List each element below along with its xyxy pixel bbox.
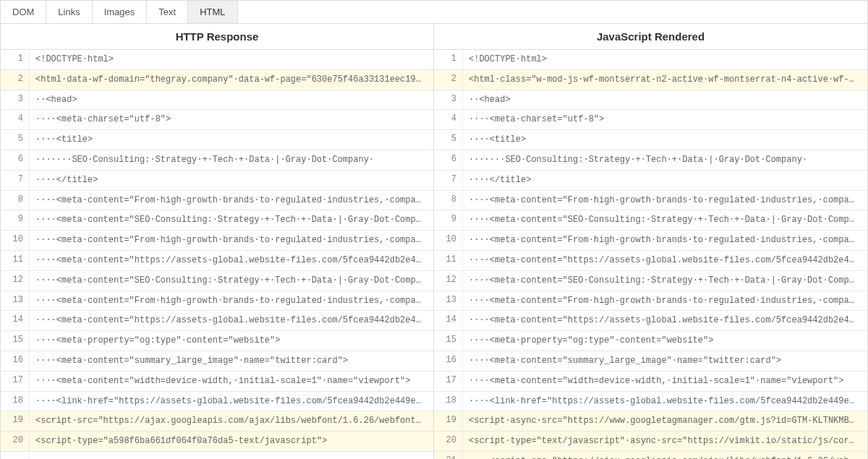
code-row[interactable]: 8····<meta·content="From·high-growth·bra…	[1, 191, 433, 211]
line-number: 2	[1, 70, 30, 90]
code-row[interactable]: 2<html·data-wf-domain="thegray.company"·…	[1, 70, 433, 90]
tab-images[interactable]: Images	[93, 1, 148, 23]
panel-js-rendered: JavaScript Rendered 1<!DOCTYPE·html>2<ht…	[434, 24, 867, 459]
line-number: 16	[1, 351, 30, 371]
code-line: <script·type="text/javascript"·async·src…	[463, 432, 867, 451]
code-line: ····<link·href="https://assets-global.we…	[463, 392, 867, 411]
line-number: 14	[434, 311, 463, 330]
code-line: ····</title>	[30, 171, 433, 190]
code-row[interactable]: 10····<meta·content="From·high-growth·br…	[1, 231, 433, 251]
line-number: 4	[1, 110, 30, 129]
code-line: <!DOCTYPE·html>	[463, 50, 867, 69]
line-number: 6	[1, 150, 30, 170]
code-row[interactable]: 16····<meta·content="summary_large_image…	[1, 351, 433, 372]
line-number: 1	[434, 50, 463, 69]
code-line: ····</title>	[463, 171, 867, 190]
code-row[interactable]: 11····<meta·content="https://assets-glob…	[434, 251, 867, 271]
code-line: ····<meta·content="summary_large_image"·…	[30, 351, 433, 371]
code-row[interactable]: 14····<meta·content="https://assets-glob…	[1, 311, 433, 331]
code-row[interactable]: 13····<meta·content="From·high-growth·br…	[1, 291, 433, 312]
line-number: 1	[1, 50, 30, 69]
line-number: 18	[434, 392, 463, 411]
code-line: ····<meta·content="From·high-growth·bran…	[30, 231, 433, 250]
line-number: 11	[1, 251, 30, 270]
code-rows-left: 1<!DOCTYPE·html>2<html·data-wf-domain="t…	[1, 50, 433, 459]
code-row[interactable]: 19<script·async·src="https://www.googlet…	[434, 411, 867, 432]
code-row[interactable]: 12····<meta·content="SEO·Consulting:·Str…	[434, 271, 867, 291]
code-row[interactable]: 20<script·type="text/javascript"·async·s…	[434, 432, 867, 452]
code-row[interactable]: 18····<link·href="https://assets-global.…	[434, 392, 867, 412]
tab-text[interactable]: Text	[147, 1, 188, 23]
code-line: ····<script·src="https://ajax.googleapis…	[463, 452, 867, 459]
code-line: ····<meta·content="https://assets-global…	[30, 251, 433, 270]
code-row[interactable]: 5····<title>	[434, 130, 867, 150]
code-row[interactable]: 19<script·src="https://ajax.googleapis.c…	[1, 411, 433, 432]
line-number: 5	[1, 130, 30, 150]
code-row[interactable]: 4····<meta·charset="utf-8">	[1, 110, 433, 130]
code-row[interactable]: 1<!DOCTYPE·html>	[1, 50, 433, 70]
code-row[interactable]: 7····</title>	[434, 171, 867, 191]
code-row[interactable]: 9····<meta·content="SEO·Consulting:·Stra…	[434, 210, 867, 231]
tab-dom[interactable]: DOM	[1, 1, 46, 23]
code-row[interactable]: 3··<head>	[434, 90, 867, 111]
code-row[interactable]	[1, 452, 433, 459]
line-number: 17	[434, 372, 463, 391]
code-row[interactable]: 2<html·class="w-mod-js·wf-montserrat-n2-…	[434, 70, 867, 90]
code-row[interactable]: 11····<meta·content="https://assets-glob…	[1, 251, 433, 271]
code-row[interactable]: 20<script·type="a598f6ba661df064f0a76da5…	[1, 432, 433, 452]
code-line: ····<meta·content="From·high-growth·bran…	[463, 191, 867, 210]
code-row[interactable]: 3··<head>	[1, 90, 433, 111]
code-line: ··<head>	[30, 90, 433, 110]
code-line: ····<meta·content="SEO·Consulting:·Strat…	[30, 271, 433, 291]
code-line: ····<meta·content="From·high-growth·bran…	[30, 291, 433, 311]
line-number: 20	[1, 432, 30, 451]
line-number: 19	[1, 411, 30, 431]
code-line	[30, 452, 433, 459]
code-row[interactable]: 6·······SEO·Consulting:·Strategy·+·Tech·…	[1, 150, 433, 171]
code-line: ·······SEO·Consulting:·Strategy·+·Tech·+…	[30, 150, 433, 170]
line-number: 3	[434, 90, 463, 110]
code-line: <html·class="w-mod-js·wf-montserrat-n2-a…	[463, 70, 867, 90]
line-number: 9	[1, 210, 30, 230]
code-row[interactable]: 4····<meta·charset="utf-8">	[434, 110, 867, 130]
line-number: 12	[1, 271, 30, 291]
code-line: ····<meta·content="From·high-growth·bran…	[30, 191, 433, 210]
tab-links[interactable]: Links	[46, 1, 92, 23]
line-number: 8	[434, 191, 463, 210]
code-row[interactable]: 17····<meta·content="width=device-width,…	[434, 372, 867, 392]
code-row[interactable]: 18····<link·href="https://assets-global.…	[1, 392, 433, 412]
code-row[interactable]: 5····<title>	[1, 130, 433, 150]
code-line: ····<title>	[463, 130, 867, 150]
panel-http-response: HTTP Response 1<!DOCTYPE·html>2<html·dat…	[1, 24, 434, 459]
code-line: ····<meta·charset="utf-8">	[463, 110, 867, 129]
code-row[interactable]: 15····<meta·property="og:type"·content="…	[1, 331, 433, 351]
code-row[interactable]: 17····<meta·content="width=device-width,…	[1, 372, 433, 392]
line-number: 9	[434, 210, 463, 230]
code-row[interactable]: 7····</title>	[1, 171, 433, 191]
code-row[interactable]: 16····<meta·content="summary_large_image…	[434, 351, 867, 372]
code-row[interactable]: 1<!DOCTYPE·html>	[434, 50, 867, 70]
code-row[interactable]: 9····<meta·content="SEO·Consulting:·Stra…	[1, 210, 433, 231]
code-line: ····<meta·content="https://assets-global…	[30, 311, 433, 330]
line-number: 3	[1, 90, 30, 110]
code-row[interactable]: 10····<meta·content="From·high-growth·br…	[434, 231, 867, 251]
code-line: ····<meta·content="From·high-growth·bran…	[463, 231, 867, 250]
line-number: 2	[434, 70, 463, 90]
tab-html[interactable]: HTML	[188, 1, 237, 23]
code-row[interactable]: 13····<meta·content="From·high-growth·br…	[434, 291, 867, 312]
code-row[interactable]: 12····<meta·content="SEO·Consulting:·Str…	[1, 271, 433, 291]
code-line: ····<meta·content="SEO·Consulting:·Strat…	[463, 210, 867, 230]
line-number	[1, 452, 30, 459]
code-line: <script·src="https://ajax.googleapis.com…	[30, 411, 433, 431]
code-line: ····<meta·content="width=device-width,·i…	[463, 372, 867, 391]
code-row[interactable]: 21····<script·src="https://ajax.googleap…	[434, 452, 867, 459]
code-row[interactable]: 15····<meta·property="og:type"·content="…	[434, 331, 867, 351]
diff-panels: HTTP Response 1<!DOCTYPE·html>2<html·dat…	[0, 23, 868, 459]
code-row[interactable]: 6·······SEO·Consulting:·Strategy·+·Tech·…	[434, 150, 867, 171]
code-line: <script·async·src="https://www.googletag…	[463, 411, 867, 431]
code-row[interactable]: 14····<meta·content="https://assets-glob…	[434, 311, 867, 331]
code-row[interactable]: 8····<meta·content="From·high-growth·bra…	[434, 191, 867, 211]
line-number: 11	[434, 251, 463, 270]
line-number: 5	[434, 130, 463, 150]
code-line: ····<meta·content="summary_large_image"·…	[463, 351, 867, 371]
